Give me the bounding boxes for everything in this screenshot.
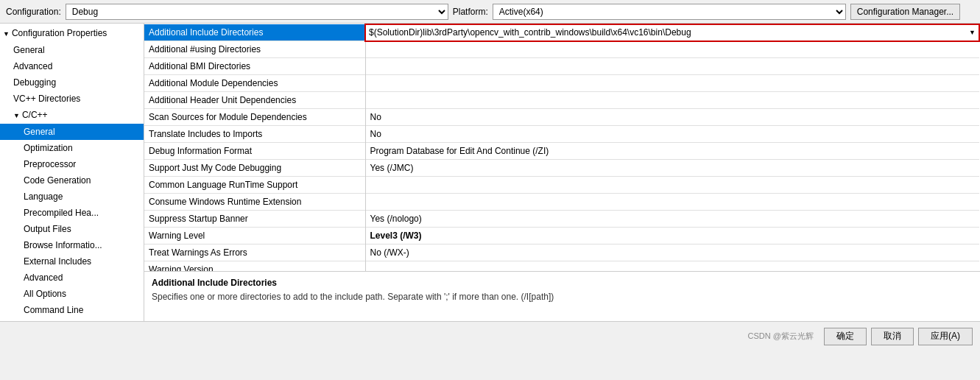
config-select[interactable]: Debug xyxy=(66,4,448,20)
table-row[interactable]: Treat Warnings As ErrorsNo (/WX-) xyxy=(144,244,979,261)
value-dropdown-arrow[interactable]: ▼ xyxy=(969,26,976,39)
table-row[interactable]: Additional #using Directories xyxy=(144,41,979,58)
prop-value xyxy=(365,58,979,75)
table-row[interactable]: Scan Sources for Module DependenciesNo xyxy=(144,109,979,126)
ok-button[interactable]: 确定 xyxy=(824,328,867,345)
main-content: ▼Configuration PropertiesGeneralAdvanced… xyxy=(0,24,980,321)
tree-item-label: Preprocessor xyxy=(24,159,76,169)
table-row[interactable]: Translate Includes to ImportsNo xyxy=(144,126,979,143)
tree-item-precompiled[interactable]: Precompiled Hea... xyxy=(0,205,144,221)
cancel-button[interactable]: 取消 xyxy=(871,328,914,345)
tree-item-config-props[interactable]: ▼Configuration Properties xyxy=(0,25,144,42)
prop-value: Program Database for Edit And Continue (… xyxy=(365,143,979,160)
tree-item-label: Precompiled Hea... xyxy=(24,208,99,218)
tree-item-label: Advanced xyxy=(24,272,63,283)
tree-item-label: Browse Informatio... xyxy=(24,240,102,250)
prop-value: $(SolutionDir)lib\3rdParty\opencv_with_c… xyxy=(365,24,979,41)
expanded-icon: ▼ xyxy=(13,112,20,119)
prop-name: Warning Level xyxy=(144,228,365,244)
prop-name: Common Language RunTime Support xyxy=(144,177,365,194)
tree-item-label: C/C++ xyxy=(22,110,48,120)
tree-item-debugging[interactable]: Debugging xyxy=(0,74,144,91)
tree-item-label: All Options xyxy=(24,289,66,299)
tree-item-preprocessor[interactable]: Preprocessor xyxy=(0,156,144,172)
prop-name: Additional #using Directories xyxy=(144,41,365,58)
table-row[interactable]: Support Just My Code DebuggingYes (/JMC) xyxy=(144,160,979,177)
table-row[interactable]: Warning LevelLevel3 (/W3) xyxy=(144,228,979,244)
tree-item-advanced[interactable]: Advanced xyxy=(0,58,144,74)
tree-item-cpp[interactable]: ▼C/C++ xyxy=(0,107,144,124)
prop-value xyxy=(365,41,979,58)
tree-item-label: Optimization xyxy=(24,143,73,153)
prop-name: Treat Warnings As Errors xyxy=(144,244,365,261)
prop-value: Level3 (/W3) xyxy=(365,228,979,244)
tree-item-label: Language xyxy=(24,191,63,202)
tree-item-label: Output Files xyxy=(24,224,71,234)
prop-value xyxy=(365,92,979,109)
prop-name: Translate Includes to Imports xyxy=(144,126,365,143)
props-table: Additional Include Directories$(Solution… xyxy=(144,24,980,271)
table-row[interactable]: Additional BMI Directories xyxy=(144,58,979,75)
tree-item-advanced2[interactable]: Advanced xyxy=(0,270,144,286)
prop-name: Debug Information Format xyxy=(144,143,365,160)
table-row[interactable]: Debug Information FormatProgram Database… xyxy=(144,143,979,160)
prop-value: Yes (/nologo) xyxy=(365,211,979,228)
description-panel: Additional Include Directories Specifies… xyxy=(144,271,980,321)
config-label: Configuration: xyxy=(6,7,61,17)
tree-item-label: Configuration Properties xyxy=(12,28,107,38)
tree-item-linker[interactable]: ▶Linker xyxy=(0,318,144,321)
right-panel: Additional Include Directories$(Solution… xyxy=(144,24,980,321)
prop-name: Additional Module Dependencies xyxy=(144,75,365,92)
prop-name: Consume Windows Runtime Extension xyxy=(144,194,365,211)
table-row[interactable]: Additional Module Dependencies xyxy=(144,75,979,92)
platform-label: Platform: xyxy=(453,7,488,17)
platform-select[interactable]: Active(x64) xyxy=(493,4,846,20)
expanded-icon: ▼ xyxy=(3,30,10,38)
prop-name: Scan Sources for Module Dependencies xyxy=(144,109,365,126)
description-title: Additional Include Directories xyxy=(152,278,973,288)
tree-item-cmdline[interactable]: Command Line xyxy=(0,302,144,318)
tree-item-output-files[interactable]: Output Files xyxy=(0,221,144,237)
tree-item-label: VC++ Directories xyxy=(13,94,80,104)
tree-item-label: General xyxy=(24,127,55,137)
prop-value xyxy=(365,194,979,211)
tree-item-optimization[interactable]: Optimization xyxy=(0,140,144,156)
watermark: CSDN @紫云光辉 xyxy=(748,331,814,342)
table-row[interactable]: Warning Version xyxy=(144,261,979,272)
tree-item-all-options[interactable]: All Options xyxy=(0,286,144,302)
table-row[interactable]: Additional Include Directories$(Solution… xyxy=(144,24,979,41)
prop-value: Yes (/JMC) xyxy=(365,160,979,177)
tree-item-general[interactable]: General xyxy=(0,42,144,58)
tree-item-language[interactable]: Language xyxy=(0,189,144,205)
prop-name: Support Just My Code Debugging xyxy=(144,160,365,177)
tree-item-code-gen[interactable]: Code Generation xyxy=(0,172,144,189)
prop-name: Additional Header Unit Dependencies xyxy=(144,92,365,109)
tree-item-browse-info[interactable]: Browse Informatio... xyxy=(0,237,144,253)
prop-value: No (/WX-) xyxy=(365,244,979,261)
top-bar: Configuration: Debug Platform: Active(x6… xyxy=(0,0,980,24)
left-panel: ▼Configuration PropertiesGeneralAdvanced… xyxy=(0,24,144,321)
prop-value xyxy=(365,177,979,194)
prop-value xyxy=(365,75,979,92)
prop-value: No xyxy=(365,109,979,126)
tree-item-label: Code Generation xyxy=(24,175,91,186)
tree-item-label: Advanced xyxy=(13,61,52,71)
tree-item-ext-includes[interactable]: External Includes xyxy=(0,253,144,270)
tree-item-label: External Includes xyxy=(24,256,91,267)
tree-item-vc-dirs[interactable]: VC++ Directories xyxy=(0,91,144,107)
description-text: Specifies one or more directories to add… xyxy=(152,291,973,303)
apply-button[interactable]: 应用(A) xyxy=(918,328,973,345)
table-row[interactable]: Suppress Startup BannerYes (/nologo) xyxy=(144,211,979,228)
bottom-bar: CSDN @紫云光辉 确定 取消 应用(A) xyxy=(0,321,980,351)
prop-name: Additional BMI Directories xyxy=(144,58,365,75)
prop-name: Warning Version xyxy=(144,261,365,272)
table-row[interactable]: Consume Windows Runtime Extension xyxy=(144,194,979,211)
tree-item-cpp-general[interactable]: General xyxy=(0,124,144,140)
prop-name: Additional Include Directories xyxy=(144,24,365,41)
tree-item-label: Debugging xyxy=(13,77,56,88)
prop-value xyxy=(365,261,979,272)
tree-item-label: General xyxy=(13,45,45,55)
table-row[interactable]: Additional Header Unit Dependencies xyxy=(144,92,979,109)
config-manager-button[interactable]: Configuration Manager... xyxy=(850,4,960,20)
table-row[interactable]: Common Language RunTime Support xyxy=(144,177,979,194)
